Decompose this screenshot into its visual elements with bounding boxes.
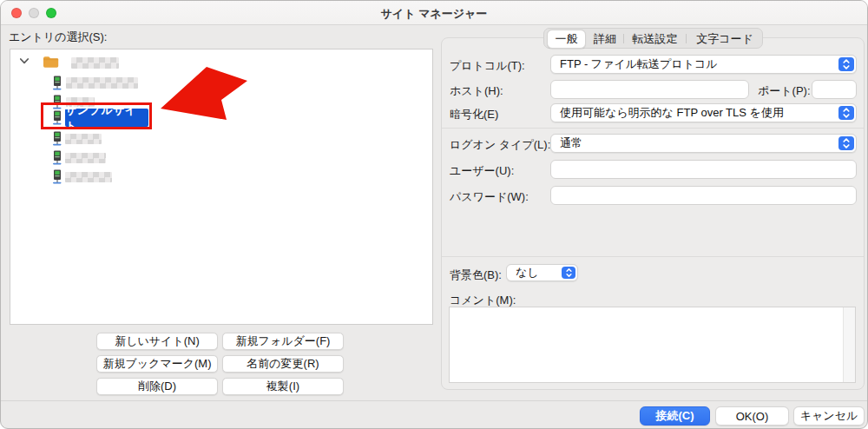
duplicate-button[interactable]: 複製(I) (222, 378, 344, 395)
tab-transfer-settings[interactable]: 転送設定 (625, 30, 685, 49)
up-down-chevron-icon[interactable] (838, 57, 854, 71)
host-label: ホスト(H): (450, 83, 503, 99)
background-color-label: 背景色(B): (450, 267, 502, 283)
tab-advanced[interactable]: 詳細 (588, 30, 622, 49)
server-icon (51, 150, 62, 165)
server-icon (51, 169, 62, 184)
redacted-site-name (66, 77, 138, 89)
redacted-site-name (65, 153, 106, 163)
comment-textarea[interactable] (449, 307, 856, 383)
red-arrow-icon (148, 55, 257, 126)
window-title: サイト マネージャー (1, 6, 867, 22)
delete-button[interactable]: 削除(D) (96, 378, 218, 395)
logon-type-select[interactable]: 通常 (550, 134, 857, 153)
tab-charset[interactable]: 文字コード (688, 30, 761, 49)
redacted-folder-name (71, 57, 119, 69)
encryption-select[interactable]: 使用可能なら明示的な FTP over TLS を使用 (550, 103, 857, 122)
red-highlight-rectangle (41, 102, 152, 129)
folder-icon (43, 56, 59, 69)
new-folder-button[interactable]: 新規フォルダー(F) (222, 333, 344, 350)
server-icon (51, 76, 62, 90)
redacted-site-name (65, 134, 102, 144)
site-manager-dialog: サイト マネージャー エントリの選択(S): サンプルサイト (0, 0, 868, 429)
new-bookmark-button[interactable]: 新規ブックマーク(M) (96, 355, 218, 373)
up-down-chevron-icon[interactable] (838, 136, 854, 150)
background-color-select[interactable]: なし (506, 264, 578, 281)
logon-type-label: ログオン タイプ(L): (450, 137, 550, 153)
section-divider (442, 128, 864, 129)
titlebar: サイト マネージャー (1, 1, 867, 25)
tab-separator (686, 34, 687, 43)
user-input[interactable] (550, 160, 857, 179)
entry-select-label: エントリの選択(S): (9, 30, 107, 45)
server-icon (51, 131, 62, 146)
host-input[interactable] (550, 80, 749, 99)
chevron-down-icon[interactable] (19, 57, 30, 65)
settings-tabs: 一般 詳細 転送設定 文字コード (543, 28, 763, 49)
section-divider (442, 256, 864, 257)
connect-button[interactable]: 接続(C) (640, 406, 710, 426)
user-label: ユーザー(U): (450, 163, 514, 179)
cancel-button[interactable]: キャンセル (793, 406, 865, 426)
encryption-label: 暗号化(E) (450, 107, 498, 122)
up-down-chevron-icon[interactable] (562, 267, 575, 279)
port-label: ポート(P): (758, 83, 811, 99)
password-input[interactable] (550, 186, 857, 205)
tab-separator (623, 34, 624, 43)
redacted-site-name (65, 172, 112, 182)
up-down-chevron-icon[interactable] (838, 106, 854, 120)
password-label: パスワード(W): (450, 189, 529, 205)
textarea-scrollbar[interactable] (843, 307, 855, 382)
protocol-label: プロトコル(T): (450, 58, 525, 74)
footer-divider (1, 400, 868, 401)
new-site-button[interactable]: 新しいサイト(N) (96, 333, 218, 350)
ok-button[interactable]: OK(O) (715, 406, 789, 426)
rename-button[interactable]: 名前の変更(R) (222, 355, 344, 373)
tab-general[interactable]: 一般 (547, 30, 586, 49)
protocol-select[interactable]: FTP - ファイル転送プロトコル (550, 55, 857, 74)
port-input[interactable] (812, 80, 857, 99)
